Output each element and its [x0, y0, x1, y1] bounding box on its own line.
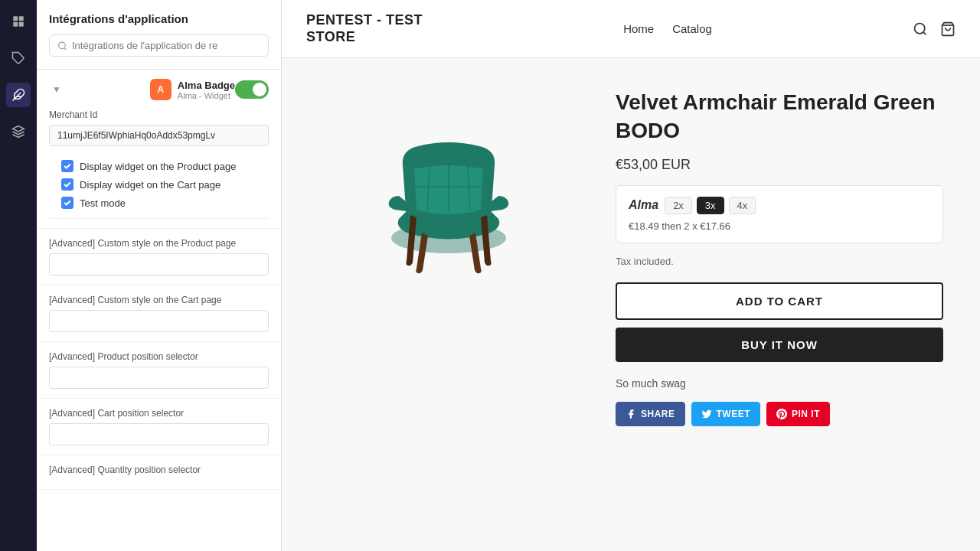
advanced-product-position-input[interactable] — [49, 367, 269, 389]
alma-widget: Alma 2x 3x 4x €18.49 then 2 x €17.66 — [616, 185, 943, 243]
svg-rect-3 — [19, 22, 24, 27]
alma-4x[interactable]: 4x — [729, 197, 756, 214]
advanced-cart-position-label: [Advanced] Cart position selector — [49, 408, 269, 419]
advanced-product-position-section: [Advanced] Product position selector — [37, 342, 281, 399]
cart-icon — [940, 21, 956, 37]
merchant-id-label: Merchant Id — [49, 109, 269, 120]
icon-nav — [0, 0, 37, 551]
integration-header: ▼ A Alma Badge Alma - Widget — [49, 79, 269, 100]
svg-rect-1 — [19, 16, 24, 21]
toggle-slider — [235, 80, 269, 99]
integration-icon: A — [150, 79, 172, 100]
pinterest-icon — [776, 409, 787, 419]
facebook-share-button[interactable]: SHARE — [616, 402, 685, 426]
twitter-icon — [701, 409, 712, 419]
twitter-label: TWEET — [717, 409, 751, 419]
checkbox-cart-page-icon — [61, 178, 74, 191]
pinterest-share-button[interactable]: PIN IT — [766, 402, 830, 426]
merchant-id-input[interactable] — [49, 125, 269, 146]
integration-text: Alma Badge Alma - Widget — [178, 80, 235, 100]
product-description: So much swag — [616, 377, 943, 390]
integration-name: Alma Badge — [178, 80, 235, 91]
checkbox-cart-page[interactable]: Display widget on the Cart page — [61, 178, 256, 191]
chair-svg — [357, 119, 541, 303]
product-area: Velvet Armchair Emerald Green BODO €53,0… — [282, 58, 980, 457]
twitter-share-button[interactable]: TWEET — [691, 402, 761, 426]
product-details: Velvet Armchair Emerald Green BODO €53,0… — [616, 89, 943, 426]
advanced-quantity-position-section: [Advanced] Quantity position selector — [37, 455, 281, 490]
search-icon — [913, 21, 928, 37]
svg-line-9 — [64, 47, 66, 49]
advanced-cart-style-label: [Advanced] Custom style on the Cart page — [49, 295, 269, 305]
alma-widget-header: Alma 2x 3x 4x — [629, 197, 930, 214]
checkboxes-section: Display widget on the Product page Displ… — [49, 154, 269, 219]
svg-point-8 — [59, 42, 66, 49]
checkbox-product-page-label: Display widget on the Product page — [80, 161, 237, 172]
svg-rect-2 — [13, 22, 18, 27]
checkbox-test-mode-label: Test mode — [80, 197, 126, 209]
integration-toggle[interactable] — [235, 80, 269, 99]
advanced-cart-position-section: [Advanced] Cart position selector — [37, 399, 281, 455]
svg-point-10 — [914, 23, 924, 33]
nav-tag-icon[interactable] — [6, 46, 31, 70]
search-button[interactable] — [913, 21, 928, 37]
search-input[interactable] — [72, 40, 260, 51]
content-area: PENTEST - TEST STORE Home Catalog — [282, 0, 980, 551]
checkbox-product-page[interactable]: Display widget on the Product page — [61, 160, 256, 172]
advanced-product-position-label: [Advanced] Product position selector — [49, 351, 269, 362]
cart-button[interactable] — [940, 21, 956, 37]
advanced-product-style-label: [Advanced] Custom style on the Product p… — [49, 238, 269, 249]
svg-rect-0 — [13, 16, 18, 21]
nav-home[interactable]: Home — [623, 22, 654, 35]
nav-layers-icon[interactable] — [6, 119, 31, 144]
product-title: Velvet Armchair Emerald Green BODO — [616, 89, 943, 145]
advanced-product-style-input[interactable] — [49, 253, 269, 276]
svg-marker-7 — [13, 126, 24, 132]
advanced-cart-style-section: [Advanced] Custom style on the Cart page — [37, 285, 281, 342]
product-price: €53,00 EUR — [616, 157, 943, 173]
checkbox-cart-page-label: Display widget on the Cart page — [80, 179, 220, 191]
social-share: SHARE TWEET PIN IT — [616, 402, 943, 426]
advanced-product-style-section: [Advanced] Custom style on the Product p… — [37, 229, 281, 285]
sidebar-search-container — [49, 34, 269, 57]
nav-catalog[interactable]: Catalog — [672, 22, 712, 35]
merchant-id-section: Merchant Id — [49, 109, 269, 146]
advanced-cart-position-input[interactable] — [49, 423, 269, 445]
add-to-cart-button[interactable]: ADD TO CART — [616, 282, 943, 320]
nav-icons — [913, 21, 956, 37]
sidebar-header: Intégrations d'application — [37, 0, 281, 70]
facebook-label: SHARE — [641, 409, 675, 419]
alma-logo: Alma — [629, 198, 658, 212]
product-image — [341, 104, 556, 318]
alma-2x[interactable]: 2x — [665, 197, 692, 214]
checkbox-product-page-icon — [61, 160, 74, 172]
store-nav: PENTEST - TEST STORE Home Catalog — [282, 0, 980, 58]
pinterest-label: PIN IT — [792, 409, 820, 419]
advanced-quantity-position-label: [Advanced] Quantity position selector — [49, 465, 269, 475]
store-logo: PENTEST - TEST STORE — [306, 12, 423, 45]
svg-line-11 — [923, 31, 926, 34]
nav-puzzle-icon[interactable] — [6, 83, 31, 107]
nav-home-icon[interactable] — [6, 9, 31, 34]
alma-price-info: €18.49 then 2 x €17.66 — [629, 220, 930, 232]
alma-3x[interactable]: 3x — [697, 197, 724, 214]
product-image-container — [318, 89, 579, 334]
facebook-icon — [626, 409, 636, 419]
checkbox-test-mode-icon — [61, 197, 74, 209]
alma-options: 2x 3x 4x — [665, 197, 756, 214]
integration-info: A Alma Badge Alma - Widget — [150, 79, 235, 100]
search-icon — [57, 41, 67, 51]
sidebar-title: Intégrations d'application — [49, 12, 269, 25]
integration-item: ▼ A Alma Badge Alma - Widget Merchant Id — [37, 70, 281, 229]
buy-now-button[interactable]: BUY IT NOW — [616, 328, 943, 362]
nav-links: Home Catalog — [623, 22, 712, 35]
sidebar: Intégrations d'application ▼ A Alma Badg… — [37, 0, 282, 551]
tax-info: Tax included. — [616, 256, 943, 267]
advanced-cart-style-input[interactable] — [49, 310, 269, 332]
integration-sub: Alma - Widget — [178, 91, 235, 100]
expand-arrow[interactable]: ▼ — [52, 84, 61, 95]
checkbox-test-mode[interactable]: Test mode — [61, 197, 256, 209]
